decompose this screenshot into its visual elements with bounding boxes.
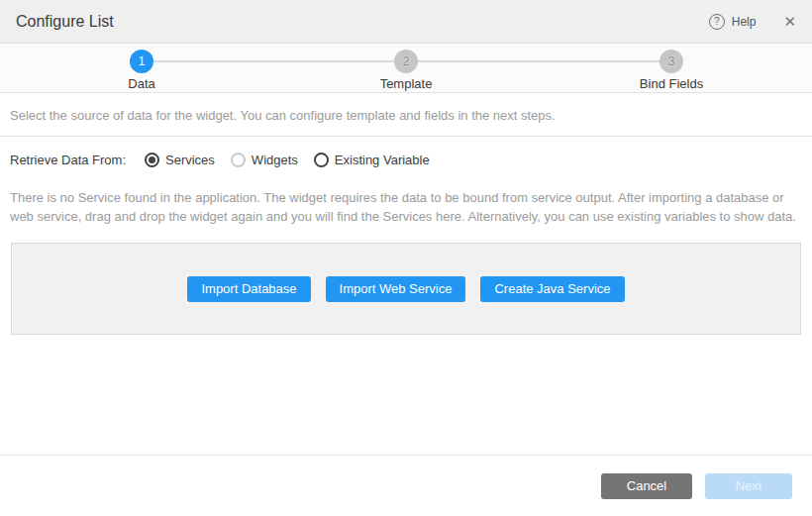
- radio-existing-variable-icon: [314, 153, 329, 167]
- radio-existing-variable[interactable]: Existing Variable: [314, 153, 430, 167]
- help-button[interactable]: ? Help: [709, 14, 757, 30]
- wizard-stepper: 1 Data 2 Template 3 Bind Fields: [0, 44, 812, 93]
- radio-existing-variable-label: Existing Variable: [335, 153, 430, 167]
- import-database-button[interactable]: Import Database: [187, 276, 310, 302]
- radio-services[interactable]: Services: [145, 153, 215, 167]
- step-2-label: Template: [337, 76, 475, 91]
- create-java-service-button[interactable]: Create Java Service: [480, 276, 624, 302]
- import-web-service-button[interactable]: Import Web Service: [326, 276, 466, 302]
- dialog-header: Configure List ? Help ✕: [0, 0, 812, 44]
- radio-services-label: Services: [165, 153, 215, 167]
- retrieve-data-label: Retrieve Data From:: [10, 153, 145, 167]
- step-3-label: Bind Fields: [602, 76, 741, 91]
- step-connector-1-2: [153, 60, 394, 62]
- service-actions-panel: Import Database Import Web Service Creat…: [11, 243, 801, 335]
- help-label: Help: [732, 15, 757, 29]
- no-service-message: There is no Service found in the applica…: [0, 172, 812, 226]
- configure-list-dialog: Configure List ? Help ✕ 1 Data 2 Templat…: [0, 0, 812, 516]
- instruction-text: Select the source of data for the widget…: [0, 93, 812, 137]
- dialog-footer: Cancel Next: [0, 455, 812, 516]
- step-1-label: Data: [72, 76, 211, 91]
- step-connector-2-3: [418, 60, 660, 62]
- radio-services-icon: [145, 153, 159, 167]
- next-button[interactable]: Next: [705, 473, 792, 499]
- help-icon: ?: [709, 14, 725, 30]
- radio-widgets[interactable]: Widgets: [231, 153, 298, 167]
- radio-widgets-label: Widgets: [252, 153, 298, 167]
- cancel-button[interactable]: Cancel: [601, 473, 692, 499]
- close-icon[interactable]: ✕: [783, 14, 796, 29]
- dialog-title: Configure List: [16, 13, 709, 31]
- retrieve-data-row: Retrieve Data From: Services Widgets Exi…: [0, 137, 812, 172]
- step-3-indicator: 3: [660, 50, 683, 73]
- radio-widgets-icon: [231, 153, 246, 167]
- step-1-indicator: 1: [130, 50, 153, 73]
- step-2-indicator: 2: [394, 50, 418, 73]
